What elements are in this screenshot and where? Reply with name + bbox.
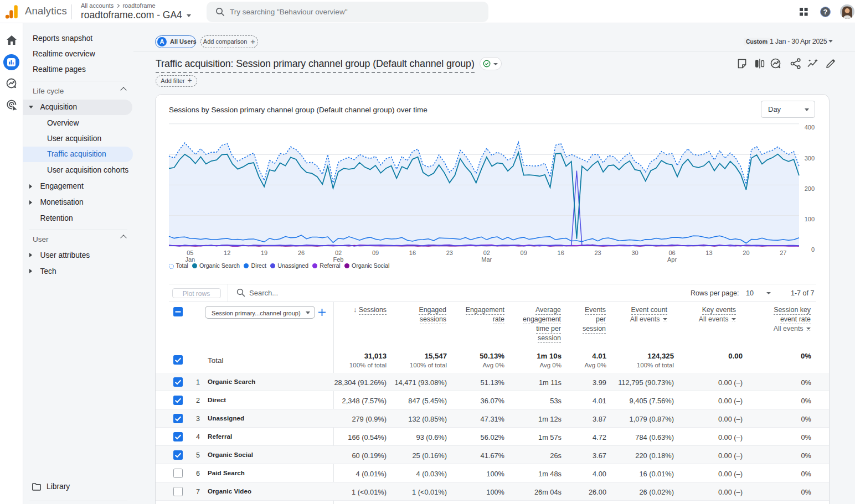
svg-text:0: 0 (811, 246, 815, 253)
svg-text:05: 05 (187, 250, 193, 256)
svg-text:20: 20 (743, 250, 749, 256)
svg-text:09: 09 (521, 250, 527, 256)
svg-text:19: 19 (261, 250, 267, 256)
svg-text:16: 16 (409, 250, 416, 256)
svg-text:Apr: Apr (667, 256, 677, 263)
svg-text:27: 27 (780, 250, 786, 256)
svg-text:300: 300 (805, 155, 815, 162)
svg-text:100: 100 (805, 216, 815, 222)
svg-text:23: 23 (594, 250, 601, 256)
svg-text:02: 02 (483, 250, 490, 256)
svg-text:16: 16 (558, 250, 564, 256)
svg-text:26: 26 (298, 250, 305, 256)
svg-text:09: 09 (372, 250, 379, 256)
svg-text:12: 12 (224, 250, 230, 256)
svg-text:Jan: Jan (185, 256, 195, 263)
svg-text:06: 06 (668, 250, 675, 256)
svg-text:30: 30 (631, 250, 638, 256)
svg-text:Mar: Mar (481, 256, 492, 263)
svg-text:200: 200 (805, 185, 815, 192)
svg-text:Feb: Feb (333, 256, 344, 263)
svg-text:23: 23 (446, 250, 453, 256)
svg-text:400: 400 (805, 124, 815, 131)
svg-text:02: 02 (335, 250, 342, 256)
svg-text:13: 13 (705, 250, 712, 256)
